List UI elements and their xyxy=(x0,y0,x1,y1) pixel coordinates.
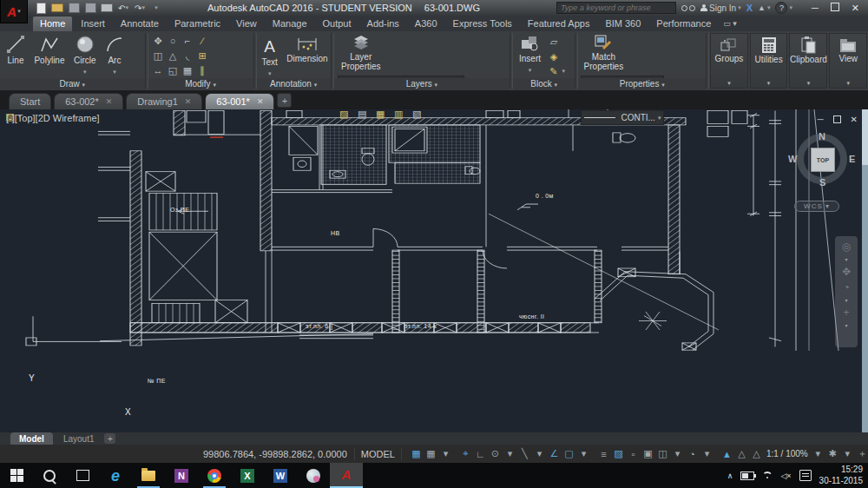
block-edit-icon[interactable]: ▱ xyxy=(547,36,560,48)
menu-tab-view[interactable]: View xyxy=(229,16,264,31)
file-tab-63-001-[interactable]: 63-001*✕ xyxy=(205,93,274,109)
layout-tab-model[interactable]: Model xyxy=(10,432,53,445)
new-layout-button[interactable]: + xyxy=(104,433,115,444)
chevron-down-icon[interactable]: ▾ xyxy=(811,447,825,461)
pan-icon[interactable]: ✥ xyxy=(842,266,851,278)
match-properties-button[interactable]: Match Properties xyxy=(581,33,626,73)
help-button[interactable]: ?▾ xyxy=(775,2,792,14)
close-tab-icon[interactable]: ✕ xyxy=(257,97,264,106)
action-center-icon[interactable] xyxy=(799,470,812,481)
restore-button[interactable] xyxy=(831,3,839,11)
menu-tab-output[interactable]: Output xyxy=(316,16,358,31)
search-input[interactable] xyxy=(556,2,676,14)
redo-button[interactable]: ↷▾ xyxy=(134,3,146,14)
file-explorer-button[interactable] xyxy=(132,463,165,488)
scale-tool-icon[interactable]: ◱ xyxy=(167,64,180,76)
plot-button[interactable] xyxy=(101,3,113,14)
draw-panel-title[interactable]: Draw ▾ xyxy=(0,78,145,90)
chrome-app-button[interactable] xyxy=(198,463,231,488)
menu-tab-performance[interactable]: Performance xyxy=(649,16,718,31)
chevron-down-icon[interactable]: ▾ xyxy=(845,297,847,303)
wifi-icon[interactable] xyxy=(762,472,773,479)
menu-tab-insert[interactable]: Insert xyxy=(74,16,112,31)
ribbon-panel-groups[interactable]: Groups ▾ xyxy=(710,33,748,89)
save-as-button[interactable] xyxy=(84,3,96,14)
chevron-down-icon[interactable]: ▾ xyxy=(576,447,591,461)
explode-tool-icon[interactable]: ⊞ xyxy=(196,49,209,62)
drawing-canvas[interactable]: Оз ПЕНВ0 . 0мэт.пл. 6 ]эт.пл. 14-кчюснг.… xyxy=(0,109,868,432)
layer-unisolate-icon[interactable]: ▨ xyxy=(338,108,351,120)
word-app-button[interactable]: W xyxy=(264,463,297,488)
vertical-scrollbar[interactable] xyxy=(862,109,868,432)
close-tab-icon[interactable]: ✕ xyxy=(185,97,192,106)
modify-panel-title[interactable]: Modify ▾ xyxy=(148,78,253,90)
copy-tool-icon[interactable]: ◫ xyxy=(152,49,165,62)
chevron-down-icon[interactable]: ▾ xyxy=(700,447,714,461)
layers-panel-title[interactable]: Layers ▾ xyxy=(334,78,510,90)
menu-tab-bim-360[interactable]: BIM 360 xyxy=(598,16,648,31)
layer-delete-icon[interactable]: ▧ xyxy=(411,108,424,120)
isometric-drafting-toggle[interactable]: ╲ xyxy=(517,447,532,461)
offset-tool-icon[interactable]: ∥ xyxy=(196,64,209,76)
layer-merge-icon[interactable]: ▥ xyxy=(392,108,405,120)
annotation-scale-value[interactable]: 1:1 / 100% xyxy=(766,449,808,458)
move-tool-icon[interactable]: ✥ xyxy=(152,35,165,47)
block-panel-title[interactable]: Block ▾ xyxy=(513,78,575,90)
viewcube-west[interactable]: W xyxy=(788,154,797,164)
grid-display-toggle[interactable]: ▦ xyxy=(409,447,424,461)
search-icon[interactable] xyxy=(681,5,695,11)
menu-tab-a360[interactable]: A360 xyxy=(408,16,444,31)
ortho-mode-toggle[interactable]: ∟ xyxy=(473,447,488,461)
undo-button[interactable]: ↶▾ xyxy=(117,3,129,14)
doc-minimize-button[interactable]: ─ xyxy=(818,115,824,124)
menu-tab-express-tools[interactable]: Express Tools xyxy=(446,16,519,31)
block-attributes-icon[interactable]: ✎ xyxy=(547,65,560,77)
chevron-down-icon[interactable]: ▾ xyxy=(532,447,547,461)
minimize-button[interactable]: ─ xyxy=(812,3,819,14)
viewcube-top-face[interactable]: TOP xyxy=(811,148,835,172)
stretch-tool-icon[interactable]: ↔ xyxy=(152,64,165,76)
a360-icon[interactable]: ▲▾ xyxy=(758,3,770,12)
layer-walk-icon[interactable]: ▦ xyxy=(374,108,387,120)
fillet-tool-icon[interactable]: ◟ xyxy=(181,49,194,62)
menu-tab-parametric[interactable]: Parametric xyxy=(168,16,227,31)
gizmo-toggle[interactable]: ◫ xyxy=(655,447,670,461)
block-create-icon[interactable]: ◈ xyxy=(547,50,560,63)
selection-cycling-toggle[interactable]: ▫ xyxy=(626,447,641,461)
layer-properties-button[interactable]: Layer Properties xyxy=(338,33,385,73)
viewcube-south[interactable]: S xyxy=(819,177,825,188)
erase-tool-icon[interactable]: ∕ xyxy=(196,35,209,47)
annotation-scale-icon[interactable]: △ xyxy=(734,447,749,461)
menu-tab-annotate[interactable]: Annotate xyxy=(114,16,166,31)
dynamic-input-toggle[interactable]: ⌖ xyxy=(458,447,473,461)
taskbar-search-button[interactable] xyxy=(33,463,66,488)
zoom-icon[interactable]: ◔ xyxy=(843,281,849,293)
insert-button[interactable]: Insert▾ xyxy=(516,33,543,76)
ribbon-panel-view[interactable]: View ▾ xyxy=(829,33,867,89)
autoscale-toggle[interactable]: ▲ xyxy=(720,447,734,461)
object-snap-tracking-toggle[interactable]: ∠ xyxy=(547,447,562,461)
workspace-scale-icon[interactable]: △ xyxy=(749,447,764,461)
chevron-down-icon[interactable]: ▾ xyxy=(503,447,517,461)
close-button[interactable]: ✕ xyxy=(852,3,859,14)
navigation-wheel-icon[interactable]: ◎ xyxy=(842,241,851,253)
task-view-button[interactable] xyxy=(66,463,99,488)
3d-osnap-toggle[interactable]: ▣ xyxy=(641,447,655,461)
lineweight-toggle[interactable]: ≡ xyxy=(596,447,611,461)
onenote-app-button[interactable]: N xyxy=(165,463,198,488)
autocad-app-button[interactable]: A xyxy=(330,463,363,488)
volume-muted-icon[interactable]: ◁× xyxy=(780,472,791,480)
app-menu-button[interactable]: A ▾ xyxy=(0,0,28,23)
circle-button[interactable]: Circle▾ xyxy=(71,33,99,78)
file-tab-start[interactable]: Start xyxy=(9,93,51,109)
close-tab-icon[interactable]: ✕ xyxy=(106,97,113,106)
menu-tab-featured-apps[interactable]: Featured Apps xyxy=(521,16,597,31)
trim-tool-icon[interactable]: ⌐ xyxy=(181,35,194,47)
layout-tab-layout1[interactable]: Layout1 xyxy=(55,432,103,445)
start-button[interactable] xyxy=(0,463,33,488)
orbit-icon[interactable]: + xyxy=(843,307,849,319)
wcs-dropdown[interactable]: WCS ▾ xyxy=(794,201,839,212)
annotation-visibility-toggle[interactable]: ◔ xyxy=(685,447,700,461)
object-snap-toggle[interactable]: ▢ xyxy=(562,447,576,461)
polar-tracking-toggle[interactable]: ⊙ xyxy=(488,447,503,461)
